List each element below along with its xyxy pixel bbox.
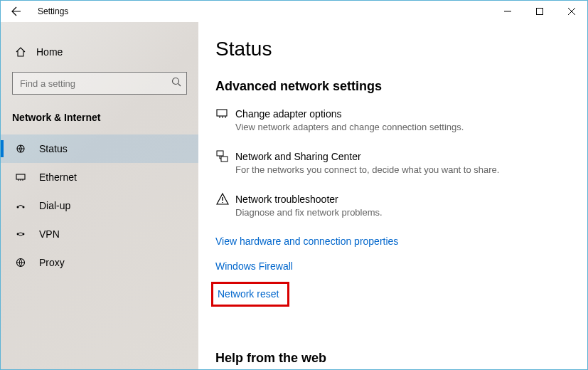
page-title: Status bbox=[215, 38, 566, 60]
sidebar-item-ethernet[interactable]: Ethernet bbox=[1, 163, 198, 191]
sidebar-item-proxy[interactable]: Proxy bbox=[1, 248, 198, 277]
sidebar-item-label: Ethernet bbox=[39, 171, 77, 183]
sidebar: Home Network & Internet Status Ethernet … bbox=[1, 22, 198, 369]
option-adapter[interactable]: Change adapter options View network adap… bbox=[215, 107, 566, 134]
svg-point-4 bbox=[17, 206, 19, 208]
main-panel: Status Advanced network settings Change … bbox=[198, 22, 587, 369]
window-controls bbox=[491, 1, 587, 22]
dialup-icon bbox=[15, 200, 26, 211]
proxy-icon bbox=[15, 257, 26, 268]
search-input[interactable] bbox=[12, 72, 187, 95]
sidebar-item-dialup[interactable]: Dial-up bbox=[1, 191, 198, 220]
ethernet-icon bbox=[15, 171, 26, 183]
close-icon bbox=[568, 8, 575, 15]
svg-rect-0 bbox=[536, 9, 542, 15]
advanced-heading: Advanced network settings bbox=[215, 79, 566, 94]
home-icon bbox=[15, 46, 26, 58]
svg-rect-11 bbox=[221, 157, 228, 162]
minimize-icon bbox=[504, 8, 511, 15]
option-sharing[interactable]: Network and Sharing Center For the netwo… bbox=[215, 149, 566, 176]
option-desc: Diagnose and fix network problems. bbox=[235, 206, 383, 219]
search-wrap bbox=[12, 72, 187, 95]
highlight-box: Network reset bbox=[211, 282, 289, 307]
link-windows-firewall[interactable]: Windows Firewall bbox=[215, 260, 293, 272]
svg-point-1 bbox=[173, 78, 179, 85]
svg-rect-3 bbox=[16, 174, 25, 179]
sidebar-section-header: Network & Internet bbox=[1, 106, 198, 134]
adapter-icon bbox=[215, 107, 230, 121]
svg-rect-10 bbox=[217, 151, 223, 156]
vpn-icon bbox=[15, 228, 26, 240]
sidebar-item-label: Dial-up bbox=[39, 200, 70, 211]
window-title: Settings bbox=[38, 6, 68, 16]
option-desc: View network adapters and change connect… bbox=[235, 121, 464, 134]
status-icon bbox=[15, 143, 26, 154]
back-button[interactable] bbox=[1, 1, 32, 22]
sidebar-item-label: Status bbox=[39, 143, 68, 154]
sidebar-item-status[interactable]: Status bbox=[1, 134, 198, 163]
sidebar-item-vpn[interactable]: VPN bbox=[1, 220, 198, 248]
sidebar-item-label: Proxy bbox=[39, 257, 65, 268]
link-hardware-props[interactable]: View hardware and connection properties bbox=[215, 236, 398, 247]
minimize-button[interactable] bbox=[491, 1, 523, 22]
close-button[interactable] bbox=[555, 1, 587, 22]
sidebar-item-label: VPN bbox=[39, 228, 60, 240]
maximize-icon bbox=[536, 8, 543, 15]
maximize-button[interactable] bbox=[523, 1, 555, 22]
warning-icon bbox=[215, 192, 230, 206]
svg-rect-9 bbox=[217, 110, 227, 116]
search-icon bbox=[171, 77, 181, 90]
option-title: Change adapter options bbox=[235, 107, 464, 121]
titlebar: Settings bbox=[1, 1, 587, 22]
svg-point-5 bbox=[23, 206, 25, 208]
option-troubleshooter[interactable]: Network troubleshooter Diagnose and fix … bbox=[215, 192, 566, 219]
option-title: Network troubleshooter bbox=[235, 192, 383, 206]
arrow-left-icon bbox=[11, 6, 22, 17]
link-network-reset[interactable]: Network reset bbox=[218, 288, 279, 300]
option-title: Network and Sharing Center bbox=[235, 149, 499, 164]
content-area: Home Network & Internet Status Ethernet … bbox=[1, 22, 587, 369]
help-heading: Help from the web bbox=[215, 351, 566, 366]
option-desc: For the networks you connect to, decide … bbox=[235, 164, 499, 176]
home-button[interactable]: Home bbox=[1, 39, 198, 65]
home-label: Home bbox=[36, 46, 63, 58]
sharing-icon bbox=[215, 149, 230, 164]
